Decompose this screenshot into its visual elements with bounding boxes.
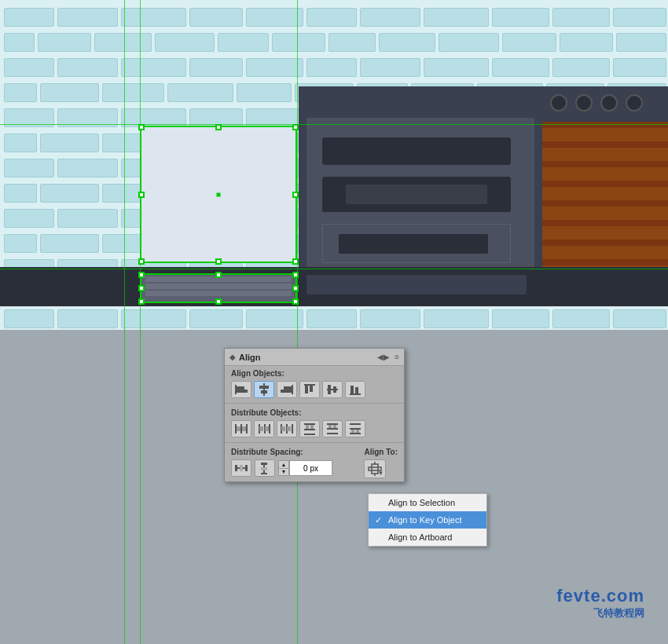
align-top-btn[interactable]: [299, 381, 320, 398]
svg-rect-42: [333, 425, 336, 428]
dist-spacing-col: Distribute Spacing:: [231, 448, 356, 477]
align-center-v-btn[interactable]: [322, 381, 343, 398]
dist-center-h-btn[interactable]: [254, 420, 274, 437]
align-panel: ◆ Align ◀▶ ≡ Align Objects:: [224, 348, 405, 482]
svg-rect-33: [304, 423, 315, 425]
svg-rect-19: [240, 424, 242, 434]
stripe-handle-br[interactable]: [292, 298, 299, 305]
svg-rect-0: [235, 385, 237, 394]
svg-rect-35: [304, 434, 315, 435]
svg-rect-49: [240, 465, 243, 471]
align-left-btn[interactable]: [231, 381, 251, 398]
px-stepper[interactable]: ▲ ▼: [278, 460, 289, 476]
handle-middle-right[interactable]: [292, 192, 299, 198]
align-to-btn[interactable]: ▼: [364, 459, 386, 478]
deck-slot-inner: [346, 185, 487, 204]
svg-rect-11: [310, 386, 313, 392]
svg-rect-21: [237, 426, 240, 431]
svg-rect-41: [328, 425, 332, 428]
panel-title-text: Align: [239, 353, 261, 362]
align-center-h-btn[interactable]: [254, 381, 274, 398]
stepper-up-btn[interactable]: ▲: [279, 461, 288, 469]
align-bottom-btn[interactable]: [345, 381, 365, 398]
stripe-handle-tm[interactable]: [215, 272, 222, 278]
dist-bottom-btn[interactable]: [345, 420, 365, 437]
watermark-top: fevte.com: [556, 586, 644, 606]
svg-rect-3: [263, 383, 265, 396]
panel-titlebar: ◆ Align ◀▶ ≡: [225, 349, 404, 366]
handle-top-left[interactable]: [138, 124, 145, 130]
stripe-handle-tr[interactable]: [292, 272, 299, 278]
svg-rect-57: [263, 470, 265, 473]
svg-rect-22: [242, 426, 246, 431]
bottom-bar: [0, 267, 668, 306]
selected-stripes-object[interactable]: [140, 273, 297, 303]
align-right-btn[interactable]: [277, 381, 297, 398]
svg-rect-50: [245, 465, 248, 471]
svg-rect-8: [281, 390, 292, 393]
divider-1: [225, 403, 404, 404]
svg-rect-20: [246, 424, 248, 434]
svg-rect-5: [261, 390, 267, 393]
handle-bottom-right[interactable]: [292, 258, 299, 265]
svg-rect-32: [287, 426, 291, 431]
panel-collapse-btn[interactable]: ◀▶: [377, 353, 390, 361]
watermark-orange: fevte: [556, 586, 600, 606]
svg-rect-18: [235, 424, 237, 434]
stripe-handle-bl[interactable]: [138, 298, 145, 305]
align-to-selection-item[interactable]: Align to Selection: [369, 494, 486, 511]
dist-top-btn[interactable]: [299, 420, 320, 437]
dist-right-btn[interactable]: [277, 420, 297, 437]
svg-rect-6: [292, 385, 293, 394]
svg-rect-39: [327, 428, 338, 430]
guide-line-vertical-2: [140, 0, 141, 644]
stripe-handle-mr[interactable]: [292, 285, 299, 291]
stepper-down-btn[interactable]: ▼: [279, 469, 288, 476]
guide-line-vertical-3: [297, 0, 298, 644]
svg-rect-34: [304, 429, 315, 430]
selected-object[interactable]: [140, 126, 297, 263]
dist-left-btn[interactable]: [231, 420, 251, 437]
dist-vert-spacing-btn[interactable]: [255, 459, 275, 477]
stripe-handle-bm[interactable]: [215, 298, 222, 305]
center-dot: [217, 192, 221, 196]
handle-top-right[interactable]: [292, 124, 299, 130]
svg-rect-37: [310, 425, 314, 429]
align-to-artboard-item[interactable]: Align to Artboard: [369, 529, 486, 546]
svg-rect-26: [259, 426, 263, 431]
svg-rect-7: [284, 386, 292, 390]
svg-rect-46: [351, 430, 354, 433]
watermark: fevte.com 飞特教程网: [556, 586, 644, 620]
stripe-handle-tl[interactable]: [138, 272, 145, 278]
bottom-section: Distribute Spacing:: [225, 445, 404, 481]
panel-menu-btn[interactable]: ≡: [395, 353, 399, 361]
align-to-key-object-item[interactable]: Align to Key Object: [369, 511, 486, 529]
panel-title-right: ◀▶ ≡: [377, 353, 399, 361]
px-input-field[interactable]: 0 px: [289, 460, 332, 476]
distribute-objects-label: Distribute Objects:: [225, 405, 404, 419]
svg-rect-45: [350, 433, 361, 434]
svg-rect-25: [269, 424, 270, 434]
svg-rect-56: [263, 465, 265, 467]
dist-horiz-spacing-btn[interactable]: [231, 459, 251, 477]
handle-middle-left[interactable]: [138, 192, 145, 198]
guide-line-horizontal-2: [0, 269, 668, 269]
align-to-dropdown: Align to Selection Align to Key Object A…: [368, 493, 487, 547]
svg-rect-38: [327, 423, 338, 425]
dist-center-v-btn[interactable]: [322, 420, 343, 437]
distribute-objects-row: [225, 419, 404, 441]
svg-rect-27: [265, 426, 269, 431]
svg-rect-2: [237, 390, 248, 393]
handle-bottom-middle[interactable]: [215, 258, 222, 265]
handle-bottom-left[interactable]: [138, 258, 145, 265]
svg-rect-43: [350, 423, 361, 425]
divider-2: [225, 442, 404, 443]
svg-rect-40: [327, 433, 338, 434]
align-to-label: Align To:: [364, 448, 398, 456]
stripe-handle-ml[interactable]: [138, 285, 145, 291]
svg-rect-54: [261, 467, 267, 470]
handle-top-middle[interactable]: [215, 124, 222, 130]
panel-title-left: ◆ Align: [229, 353, 261, 362]
svg-rect-4: [259, 386, 269, 389]
align-objects-label: Align Objects:: [225, 366, 404, 379]
